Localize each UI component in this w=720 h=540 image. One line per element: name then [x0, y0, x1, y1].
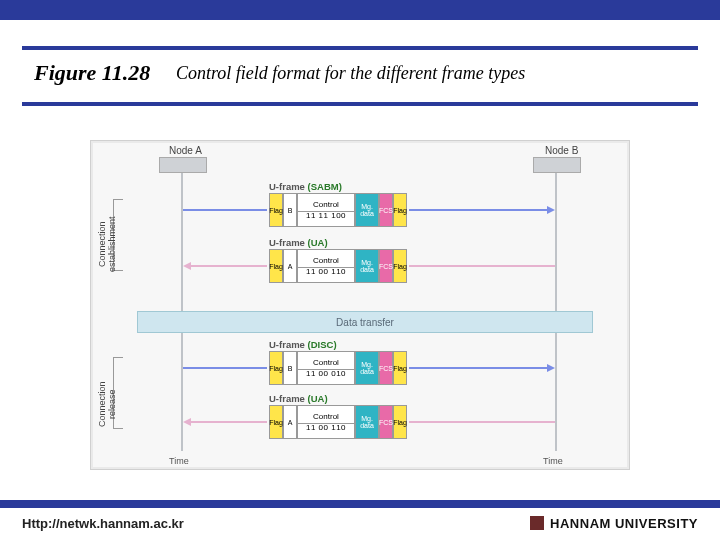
control-cell: Control 11 00 010 [297, 351, 355, 385]
rule-mid [22, 102, 698, 106]
side-label-establish: Connection establishment [97, 209, 109, 279]
arrow-4-tail [409, 421, 555, 423]
control-cell: Control 11 11 100 [297, 193, 355, 227]
arrow-2-tail [409, 265, 555, 267]
arrow-1-head [547, 206, 555, 214]
frame-4: Flag A Control 11 00 110 Mg. data FCS Fl… [269, 405, 407, 439]
mg-cell: Mg. data [355, 405, 379, 439]
flag-cell-r: Flag [393, 351, 407, 385]
flag-cell-r: Flag [393, 193, 407, 227]
fcs-cell: FCS [379, 193, 393, 227]
addr-cell: B [283, 351, 297, 385]
arrow-1-head-line [409, 209, 549, 211]
mg-cell: Mg. data [355, 193, 379, 227]
diagram-container: Node A Node B Time Time Connection estab… [90, 140, 630, 470]
node-b-box [533, 157, 581, 173]
figure-caption: Control field format for the different f… [176, 63, 525, 84]
frame-label-2: U-frame (UA) [269, 237, 328, 248]
university-logo-icon [530, 516, 544, 530]
mg-cell: Mg. data [355, 249, 379, 283]
frame-2: Flag A Control 11 00 110 Mg. data FCS Fl… [269, 249, 407, 283]
time-label-a: Time [169, 456, 189, 466]
frame-label-4: U-frame (UA) [269, 393, 328, 404]
arrow-2-head-line [191, 265, 267, 267]
mg-cell: Mg. data [355, 351, 379, 385]
footer-url: Http://netwk.hannam.ac.kr [22, 516, 184, 531]
node-b-label: Node B [545, 145, 578, 156]
arrow-4-head [183, 418, 191, 426]
node-a-box [159, 157, 207, 173]
control-cell: Control 11 00 110 [297, 405, 355, 439]
control-cell: Control 11 00 110 [297, 249, 355, 283]
frame-label-1: U-frame (SABM) [269, 181, 342, 192]
side-label-release: Connection release [97, 369, 109, 439]
node-a-label: Node A [169, 145, 202, 156]
addr-cell: A [283, 249, 297, 283]
rule-top [22, 46, 698, 50]
figure-number: Figure 11.28 [34, 60, 150, 86]
flag-cell: Flag [269, 351, 283, 385]
footer-university: HANNAM UNIVERSITY [530, 516, 698, 531]
arrow-1-tail [183, 209, 267, 211]
top-accent-bar [0, 0, 720, 20]
fcs-cell: FCS [379, 351, 393, 385]
data-transfer-band: Data transfer [137, 311, 593, 333]
arrow-3-head-line [409, 367, 549, 369]
time-label-b: Time [543, 456, 563, 466]
flag-cell: Flag [269, 249, 283, 283]
arrow-4-head-line [191, 421, 267, 423]
arrow-2-head [183, 262, 191, 270]
flag-cell: Flag [269, 193, 283, 227]
fcs-cell: FCS [379, 405, 393, 439]
flag-cell: Flag [269, 405, 283, 439]
arrow-3-tail [183, 367, 267, 369]
frame-1: Flag B Control 11 11 100 Mg. data FCS Fl… [269, 193, 407, 227]
addr-cell: B [283, 193, 297, 227]
flag-cell-r: Flag [393, 249, 407, 283]
fcs-cell: FCS [379, 249, 393, 283]
addr-cell: A [283, 405, 297, 439]
flag-cell-r: Flag [393, 405, 407, 439]
frame-label-3: U-frame (DISC) [269, 339, 337, 350]
footer: Http://netwk.hannam.ac.kr HANNAM UNIVERS… [0, 510, 720, 536]
arrow-3-head [547, 364, 555, 372]
rule-bottom [0, 500, 720, 508]
frame-3: Flag B Control 11 00 010 Mg. data FCS Fl… [269, 351, 407, 385]
